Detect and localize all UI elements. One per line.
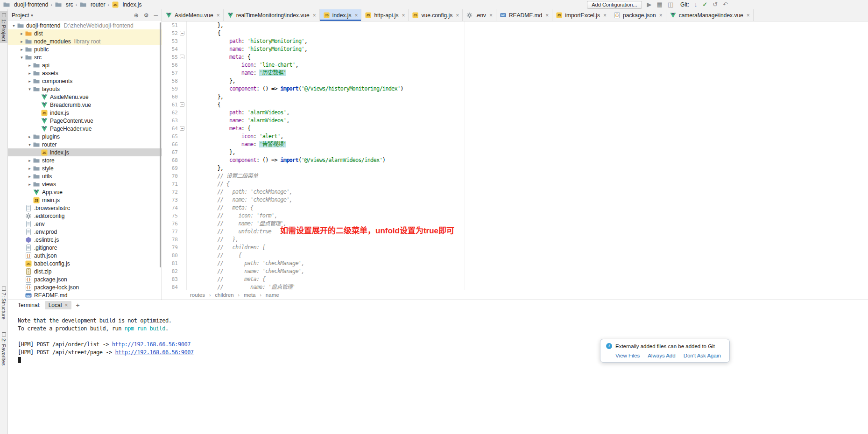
- chevron-right-icon[interactable]: ▸: [27, 158, 33, 163]
- line-number[interactable]: 78: [162, 236, 178, 244]
- terminal-output[interactable]: Note that the development build is not o…: [8, 310, 868, 364]
- code-line[interactable]: 75 // icon: 'form',: [162, 212, 868, 220]
- code-line[interactable]: 51 },: [162, 21, 868, 29]
- code-line[interactable]: 65 icon: 'alert',: [162, 133, 868, 140]
- breadcrumb-item-router[interactable]: router: [79, 1, 105, 8]
- chevron-right-icon[interactable]: ▸: [19, 47, 25, 52]
- close-tab-icon[interactable]: ×: [747, 12, 750, 19]
- line-number[interactable]: 60: [162, 93, 178, 101]
- gear-icon[interactable]: ⚙: [144, 12, 149, 19]
- code-line[interactable]: 84 // name: '盘点管理': [162, 283, 868, 290]
- chevron-right-icon[interactable]: ▸: [19, 39, 25, 44]
- tool-button-project[interactable]: 1: Project: [0, 11, 7, 43]
- tree-item-index-js[interactable]: JSindex.js: [8, 148, 162, 156]
- tree-item-eslintrc-js[interactable]: .eslintrc.js: [8, 236, 162, 244]
- code-line[interactable]: 60 },: [162, 93, 868, 101]
- line-number[interactable]: 54: [162, 45, 178, 53]
- chevron-right-icon[interactable]: ▸: [27, 63, 33, 68]
- tree-item-public[interactable]: ▸public: [8, 45, 162, 53]
- tree-item-layouts[interactable]: ▾layouts: [8, 85, 162, 93]
- tree-item-gitignore[interactable]: .gitignore: [8, 244, 162, 252]
- code-line[interactable]: 67 },: [162, 148, 868, 156]
- editor-breadcrumb-meta[interactable]: meta: [244, 292, 256, 298]
- notification-action-view-files[interactable]: View Files: [615, 353, 640, 358]
- line-number[interactable]: 57: [162, 69, 178, 77]
- line-number[interactable]: 76: [162, 220, 178, 228]
- line-number[interactable]: 52: [162, 29, 178, 37]
- code-line[interactable]: 71 // {: [162, 180, 868, 188]
- editor-tab-index-js[interactable]: JSindex.js×: [320, 9, 362, 21]
- tree-item-package-json[interactable]: {}package.json: [8, 275, 162, 283]
- code-line[interactable]: 68 component: () => import('@/views/alar…: [162, 156, 868, 164]
- tree-item-package-lock-json[interactable]: {}package-lock.json: [8, 283, 162, 291]
- close-tab-icon[interactable]: ×: [217, 12, 220, 19]
- chevron-right-icon[interactable]: ▸: [27, 174, 33, 179]
- code-line[interactable]: 69 },: [162, 164, 868, 172]
- code-line[interactable]: 77 // unfold:true: [162, 228, 868, 236]
- line-number[interactable]: 61: [162, 101, 178, 109]
- terminal-link[interactable]: http://192.168.66.56:9007: [112, 341, 191, 348]
- code-line[interactable]: 83 // meta: {: [162, 275, 868, 283]
- code-line[interactable]: 55− meta: {: [162, 53, 868, 61]
- tree-item-asidemenu-vue[interactable]: AsideMenu.vue: [8, 93, 162, 101]
- code-line[interactable]: 80 // {: [162, 252, 868, 259]
- chevron-down-icon[interactable]: ▾: [27, 87, 33, 91]
- tree-item-dist-zip[interactable]: dist.zip: [8, 267, 162, 275]
- line-number[interactable]: 51: [162, 21, 178, 29]
- line-number[interactable]: 73: [162, 196, 178, 204]
- tree-item-dist[interactable]: ▸dist: [8, 29, 162, 37]
- line-number[interactable]: 75: [162, 212, 178, 220]
- notification-action-always-add[interactable]: Always Add: [648, 353, 675, 358]
- tree-item-utils[interactable]: ▸utils: [8, 172, 162, 180]
- code-line[interactable]: 66 name: '告警视频': [162, 140, 868, 148]
- line-number[interactable]: 62: [162, 109, 178, 117]
- tree-item-env-prod[interactable]: .env.prod: [8, 228, 162, 236]
- code-line[interactable]: 62 path: 'alarmVideos',: [162, 109, 868, 117]
- chevron-right-icon[interactable]: ▸: [27, 182, 33, 187]
- code-line[interactable]: 53 path: 'historyMonitoring',: [162, 37, 868, 45]
- line-number[interactable]: 58: [162, 77, 178, 85]
- breadcrumb-item-index-js[interactable]: JSindex.js: [112, 1, 142, 8]
- breadcrumb-item-src[interactable]: src: [55, 1, 73, 8]
- profiler-icon[interactable]: ◫: [668, 0, 673, 9]
- editor-tab-http-api-js[interactable]: JShttp-api.js×: [361, 9, 409, 21]
- tree-item-editorconfig[interactable]: .editorconfig: [8, 212, 162, 220]
- line-number[interactable]: 56: [162, 61, 178, 69]
- line-number[interactable]: 81: [162, 259, 178, 267]
- terminal-tab-local[interactable]: Local ×: [45, 301, 72, 309]
- tree-item-src[interactable]: ▾src: [8, 53, 162, 61]
- tree-item-breadcrumb-vue[interactable]: Breadcrumb.vue: [8, 101, 162, 109]
- code-line[interactable]: 72 // path: 'checkManage',: [162, 188, 868, 196]
- line-number[interactable]: 65: [162, 133, 178, 140]
- code-line[interactable]: 54 name: 'historyMonitoring',: [162, 45, 868, 53]
- tree-item-index-js[interactable]: JSindex.js: [8, 109, 162, 117]
- tree-item-plugins[interactable]: ▸plugins: [8, 133, 162, 140]
- line-number[interactable]: 84: [162, 283, 178, 290]
- code-line[interactable]: 78 // },: [162, 236, 868, 244]
- line-number[interactable]: 66: [162, 140, 178, 148]
- tree-item-style[interactable]: ▸style: [8, 164, 162, 172]
- editor-tab-asidemenu-vue[interactable]: AsideMenu.vue×: [162, 9, 224, 21]
- close-tab-icon[interactable]: ×: [456, 12, 459, 19]
- editor-tab-vue-config-js[interactable]: JSvue.config.js×: [409, 9, 463, 21]
- editor-tab-realtimemonitoring-index-vue[interactable]: realTimeMonitoring\index.vue×: [224, 9, 320, 21]
- chevron-right-icon[interactable]: ▸: [27, 166, 33, 171]
- tree-item-pagecontent-vue[interactable]: PageContent.vue: [8, 117, 162, 125]
- code-line[interactable]: 73 // name: 'checkManage',: [162, 196, 868, 204]
- tree-item-auth-json[interactable]: {}auth.json: [8, 252, 162, 259]
- tree-scrollbar[interactable]: [160, 22, 161, 267]
- chevron-right-icon[interactable]: ▸: [19, 31, 25, 36]
- breadcrumb-item-duoji-frontend[interactable]: duoji-frontend: [3, 1, 48, 8]
- chevron-down-icon[interactable]: ▾: [11, 23, 17, 28]
- tree-item-views[interactable]: ▸views: [8, 180, 162, 188]
- code-line[interactable]: 70 // 设置二级菜单: [162, 172, 868, 180]
- tree-item-env[interactable]: .env: [8, 220, 162, 228]
- line-number[interactable]: 83: [162, 275, 178, 283]
- fold-icon[interactable]: −: [180, 126, 184, 131]
- close-tab-icon[interactable]: ×: [313, 12, 316, 19]
- code-line[interactable]: 52− {: [162, 29, 868, 37]
- line-number[interactable]: 82: [162, 267, 178, 275]
- tree-item-node-modules[interactable]: ▸node_moduleslibrary root: [8, 37, 162, 45]
- code-editor[interactable]: 51 },52− {53 path: 'historyMonitoring',5…: [162, 21, 868, 290]
- tree-item-components[interactable]: ▸components: [8, 77, 162, 85]
